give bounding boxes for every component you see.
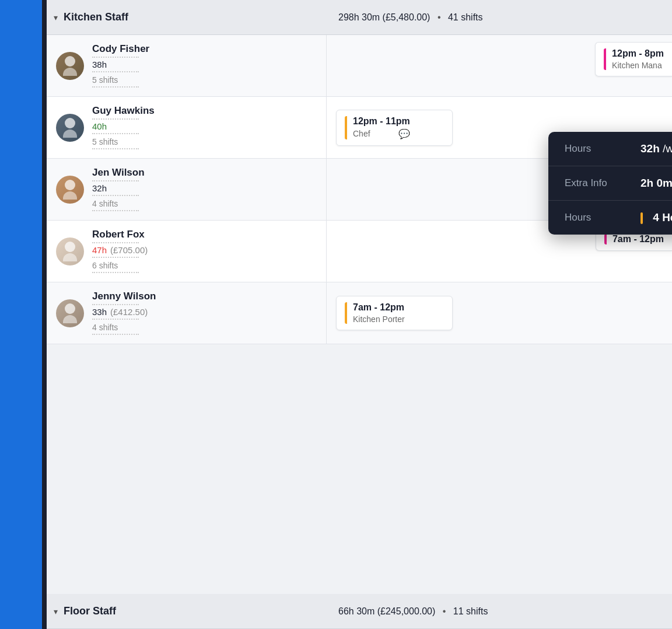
avatar-cody — [56, 52, 84, 80]
person-hours-amount-jenny: (£412.50) — [110, 307, 148, 317]
dotted-separator — [92, 242, 139, 243]
avatar-figure — [63, 56, 77, 76]
person-name-robert: Robert Fox — [92, 229, 148, 240]
tooltip-value-hours1: 32h /week (contracted 40h) — [640, 142, 672, 155]
avatar-body — [63, 253, 77, 261]
shift-border-pink — [604, 48, 606, 70]
person-hours-guy: 40h — [92, 121, 155, 131]
shift-border-pink-robert — [604, 234, 607, 244]
shift-role-cody: Kitchen Mana — [612, 61, 664, 70]
dotted-separator — [92, 133, 139, 134]
avatar-body — [63, 68, 77, 76]
avatar-head — [65, 118, 75, 128]
avatar-figure — [63, 242, 77, 261]
avatar-head — [65, 56, 75, 67]
shift-time-cody: 12pm - 8pm — [612, 48, 664, 59]
person-hours-jen: 32h — [92, 183, 145, 193]
person-name-cody: Cody Fisher — [92, 43, 149, 55]
kitchen-staff-stats: 298h 30m (£5,480.00) • 41 shifts — [327, 12, 495, 23]
avatar-robert — [56, 237, 84, 265]
kitchen-staff-dot: • — [438, 12, 441, 22]
floor-staff-stats: 66h 30m (£245,000.00) • 11 shifts — [327, 606, 499, 617]
floor-staff-dot: • — [443, 606, 446, 616]
person-hours-robert: 47h — [92, 245, 107, 255]
person-row-guy: Guy Hawkins 40h 5 shifts 12pm - 11pm Che… — [47, 97, 672, 159]
dotted-separator — [92, 195, 139, 196]
floor-staff-title: Floor Staff — [64, 605, 116, 617]
person-hours-jenny: 33h — [92, 307, 107, 317]
avatar-head — [65, 180, 75, 190]
shift-role-text-guy: Chef — [353, 129, 370, 138]
tooltip-row-extra-info: Extra Info 2h 0m of unpaid breaks — [548, 166, 672, 200]
tooltip-value-hours2: 4 Head Chef (20h) — [640, 211, 672, 224]
person-info-jen: Jen Wilson 32h 4 shifts — [47, 159, 327, 220]
person-details-jen: Jen Wilson 32h 4 shifts — [92, 167, 145, 212]
person-row-jenny: Jenny Wilson 33h (£412.50) 4 shifts 7am … — [47, 282, 672, 344]
tooltip-value-strong-hours1: 32h — [640, 142, 660, 155]
floor-staff-header-left: ▾ Floor Staff — [47, 605, 327, 617]
avatar-jenny — [56, 299, 84, 327]
tooltip-value-strong-extra: 2h 0m — [640, 177, 672, 189]
shift-card-jenny[interactable]: 7am - 12pm Kitchen Porter — [336, 296, 453, 330]
dotted-separator — [92, 304, 139, 305]
avatar-body — [63, 191, 77, 200]
floor-staff-hours: 66h 30m (£245,000.00) — [338, 606, 435, 616]
dotted-separator — [92, 57, 139, 58]
person-details-guy: Guy Hawkins 40h 5 shifts — [92, 105, 155, 150]
shift-content-jenny: 7am - 12pm Kitchen Porter — [353, 302, 405, 324]
kitchen-staff-group-header[interactable]: ▾ Kitchen Staff 298h 30m (£5,480.00) • 4… — [47, 0, 672, 35]
shift-area-jenny: 7am - 12pm Kitchen Porter — [327, 282, 672, 344]
shift-content-guy: 12pm - 11pm Chef 💬 — [353, 116, 410, 139]
dotted-separator — [92, 272, 139, 273]
person-name-jenny: Jenny Wilson — [92, 291, 156, 302]
person-info-jenny: Jenny Wilson 33h (£412.50) 4 shifts — [47, 282, 327, 344]
person-shifts-robert: 6 shifts — [92, 261, 148, 270]
tooltip-label-hours1: Hours — [565, 143, 640, 155]
person-info-robert: Robert Fox 47h (£705.00) 6 shifts — [47, 221, 327, 282]
tooltip-value-rest-hours1: /week (contracted 40h) — [660, 142, 672, 155]
dotted-separator — [92, 180, 139, 181]
dotted-separator — [92, 71, 139, 72]
shift-time-jenny: 7am - 12pm — [353, 302, 405, 313]
dotted-separator — [92, 257, 139, 258]
avatar-head — [65, 303, 75, 314]
person-details-robert: Robert Fox 47h (£705.00) 6 shifts — [92, 229, 148, 274]
dotted-separator — [92, 319, 139, 320]
shift-time-robert: 7am - 12pm — [612, 234, 664, 244]
shift-time-guy: 12pm - 11pm — [353, 116, 410, 127]
person-shifts-jen: 4 shifts — [92, 199, 145, 208]
comment-icon: 💬 — [398, 128, 410, 139]
kitchen-staff-header-left: ▾ Kitchen Staff — [47, 11, 327, 23]
floor-staff-chevron[interactable]: ▾ — [54, 607, 58, 616]
shift-border-yellow-jenny — [345, 302, 347, 324]
shift-partial-content: 12pm - 8pm Kitchen Mana — [612, 48, 664, 70]
dotted-separator — [92, 334, 139, 335]
shift-partial-content-robert: 7am - 12pm — [612, 234, 664, 244]
main-content: ▾ Kitchen Staff 298h 30m (£5,480.00) • 4… — [47, 0, 672, 629]
sidebar-blue — [0, 0, 42, 629]
shift-card-guy[interactable]: 12pm - 11pm Chef 💬 — [336, 110, 453, 146]
person-info-cody: Cody Fisher 38h 5 shifts — [47, 35, 327, 96]
avatar-figure — [63, 180, 77, 200]
kitchen-staff-hours: 298h 30m (£5,480.00) — [338, 12, 430, 22]
tooltip-label-hours2: Hours — [565, 212, 640, 223]
person-hours-amount-robert: (£705.00) — [110, 245, 148, 255]
tooltip-row-hours: Hours 32h /week (contracted 40h) — [548, 132, 672, 166]
person-details-cody: Cody Fisher 38h 5 shifts — [92, 43, 149, 88]
floor-staff-group-header[interactable]: ▾ Floor Staff 66h 30m (£245,000.00) • 11… — [47, 594, 672, 629]
tooltip-label-extra-info: Extra Info — [565, 177, 640, 189]
avatar-body — [63, 130, 77, 138]
dotted-separator — [92, 148, 139, 149]
avatar-body — [63, 315, 77, 323]
floor-staff-shifts: 11 shifts — [453, 606, 488, 616]
person-info-guy: Guy Hawkins 40h 5 shifts — [47, 97, 327, 158]
avatar-guy — [56, 114, 84, 142]
person-shifts-guy: 5 shifts — [92, 137, 155, 146]
person-hours-cody: 38h — [92, 60, 149, 69]
shift-border-yellow — [345, 116, 347, 139]
shift-card-cody-partial[interactable]: 12pm - 8pm Kitchen Mana — [595, 42, 672, 76]
kitchen-staff-chevron[interactable]: ▾ — [54, 13, 58, 22]
dotted-separator — [92, 210, 139, 211]
person-details-jenny: Jenny Wilson 33h (£412.50) 4 shifts — [92, 291, 156, 336]
person-shifts-cody: 5 shifts — [92, 75, 149, 85]
